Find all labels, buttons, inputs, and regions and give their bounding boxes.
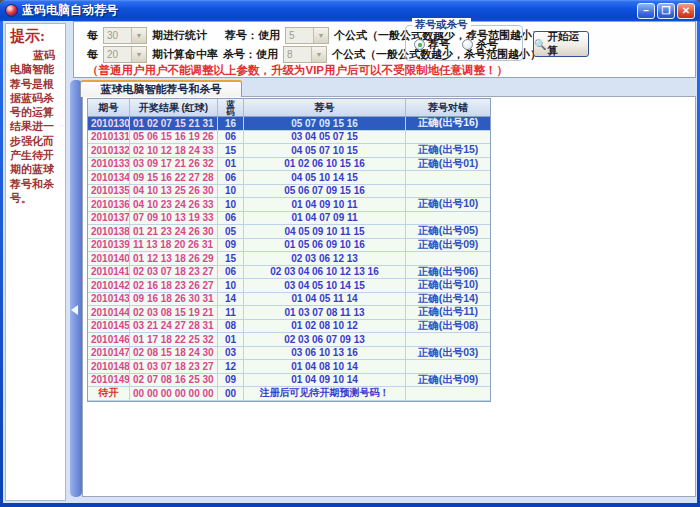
blue-ball-cell[interactable]: 12 bbox=[218, 360, 244, 373]
blue-ball-cell[interactable]: 08 bbox=[218, 320, 244, 333]
period-cell[interactable]: 2010138 bbox=[88, 225, 130, 238]
red-balls-cell[interactable]: 03 21 24 27 28 31 bbox=[130, 320, 218, 333]
close-button[interactable]: ✕ bbox=[677, 3, 695, 19]
picks-cell[interactable]: 01 04 08 10 14 bbox=[244, 360, 406, 373]
picks-cell[interactable]: 01 04 09 10 14 bbox=[244, 374, 406, 387]
picks-cell[interactable]: 04 05 09 10 11 15 bbox=[244, 225, 406, 238]
period-cell[interactable]: 2010136 bbox=[88, 198, 130, 211]
red-balls-cell[interactable]: 02 07 08 16 25 30 bbox=[130, 374, 218, 387]
red-balls-cell[interactable]: 09 15 16 22 27 28 bbox=[130, 171, 218, 184]
result-cell[interactable] bbox=[406, 387, 490, 400]
red-balls-cell[interactable]: 07 09 10 13 19 33 bbox=[130, 212, 218, 225]
table-row[interactable]: 201013001 02 07 15 21 311605 07 09 15 16… bbox=[88, 117, 490, 131]
picks-cell[interactable]: 04 05 10 14 15 bbox=[244, 171, 406, 184]
result-cell[interactable] bbox=[406, 212, 490, 225]
table-row[interactable]: 201014102 03 07 18 23 270602 03 04 06 10… bbox=[88, 266, 490, 280]
picks-cell[interactable]: 01 05 06 09 10 16 bbox=[244, 239, 406, 252]
red-balls-cell[interactable]: 02 10 12 18 24 33 bbox=[130, 144, 218, 157]
chevron-down-icon[interactable]: ▼ bbox=[311, 47, 326, 62]
stat-period-combo[interactable]: 30 ▼ bbox=[103, 27, 147, 44]
red-balls-cell[interactable]: 02 03 08 15 19 21 bbox=[130, 306, 218, 319]
result-cell[interactable] bbox=[406, 360, 490, 373]
kill-formula-combo[interactable]: 8 ▼ bbox=[283, 46, 327, 63]
period-cell[interactable]: 2010148 bbox=[88, 360, 130, 373]
result-cell[interactable] bbox=[406, 252, 490, 265]
red-balls-cell[interactable]: 02 08 15 18 24 30 bbox=[130, 347, 218, 360]
picks-cell[interactable]: 03 04 05 07 15 bbox=[244, 131, 406, 144]
result-cell[interactable]: 正确(出号09) bbox=[406, 374, 490, 387]
sidebar-collapse-splitter[interactable] bbox=[70, 80, 82, 497]
result-cell[interactable]: 正确(出号03) bbox=[406, 347, 490, 360]
blue-ball-cell[interactable]: 10 bbox=[218, 185, 244, 198]
blue-ball-cell[interactable]: 09 bbox=[218, 239, 244, 252]
column-header[interactable]: 荐号 bbox=[244, 99, 406, 116]
red-balls-cell[interactable]: 00 00 00 00 00 00 bbox=[130, 387, 218, 400]
period-cell[interactable]: 2010134 bbox=[88, 171, 130, 184]
column-header[interactable]: 期号 bbox=[88, 99, 130, 116]
picks-cell[interactable]: 02 03 04 06 10 12 13 16 bbox=[244, 266, 406, 279]
picks-cell[interactable]: 01 04 07 09 11 bbox=[244, 212, 406, 225]
table-row[interactable]: 201013105 06 15 16 19 260603 04 05 07 15 bbox=[88, 131, 490, 145]
blue-ball-cell[interactable]: 00 bbox=[218, 387, 244, 400]
picks-cell[interactable]: 01 04 05 11 14 bbox=[244, 293, 406, 306]
column-header[interactable]: 荐号对错 bbox=[406, 99, 490, 116]
red-balls-cell[interactable]: 11 13 18 20 26 31 bbox=[130, 239, 218, 252]
table-row[interactable]: 201014202 16 18 23 26 271003 04 05 10 14… bbox=[88, 279, 490, 293]
blue-ball-cell[interactable]: 06 bbox=[218, 266, 244, 279]
radio-kill[interactable]: 杀号 bbox=[462, 37, 498, 52]
table-row[interactable]: 201014601 17 18 22 25 320102 03 06 07 09… bbox=[88, 333, 490, 347]
minimize-button[interactable]: – bbox=[637, 3, 655, 19]
blue-ball-cell[interactable]: 10 bbox=[218, 198, 244, 211]
blue-ball-cell[interactable]: 10 bbox=[218, 279, 244, 292]
table-row[interactable]: 201013303 09 17 21 26 320101 02 06 10 15… bbox=[88, 158, 490, 172]
period-cell[interactable]: 2010140 bbox=[88, 252, 130, 265]
red-balls-cell[interactable]: 02 16 18 23 26 27 bbox=[130, 279, 218, 292]
blue-ball-cell[interactable]: 06 bbox=[218, 212, 244, 225]
table-row[interactable]: 201013504 10 13 25 26 301005 06 07 09 15… bbox=[88, 185, 490, 199]
red-balls-cell[interactable]: 01 12 13 18 26 29 bbox=[130, 252, 218, 265]
run-button[interactable]: 🔍 开始运算 bbox=[533, 31, 589, 57]
result-cell[interactable]: 正确(出号09) bbox=[406, 239, 490, 252]
table-row[interactable]: 201014801 03 07 18 23 271201 04 08 10 14 bbox=[88, 360, 490, 374]
red-balls-cell[interactable]: 01 02 07 15 21 31 bbox=[130, 117, 218, 130]
radio-selected-icon[interactable] bbox=[414, 39, 425, 50]
blue-ball-cell[interactable]: 06 bbox=[218, 171, 244, 184]
table-row[interactable]: 201013604 10 23 24 26 331001 04 09 10 11… bbox=[88, 198, 490, 212]
hitrate-period-combo[interactable]: 20 ▼ bbox=[103, 46, 147, 63]
blue-ball-cell[interactable]: 05 bbox=[218, 225, 244, 238]
chevron-down-icon[interactable]: ▼ bbox=[131, 47, 146, 62]
picks-cell[interactable]: 01 04 09 10 11 bbox=[244, 198, 406, 211]
result-cell[interactable]: 正确(出号11) bbox=[406, 306, 490, 319]
blue-ball-cell[interactable]: 16 bbox=[218, 117, 244, 130]
period-cell[interactable]: 2010139 bbox=[88, 239, 130, 252]
red-balls-cell[interactable]: 01 03 07 18 23 27 bbox=[130, 360, 218, 373]
red-balls-cell[interactable]: 03 09 17 21 26 32 bbox=[130, 158, 218, 171]
result-cell[interactable] bbox=[406, 333, 490, 346]
period-cell[interactable]: 2010142 bbox=[88, 279, 130, 292]
period-cell[interactable]: 2010145 bbox=[88, 320, 130, 333]
result-cell[interactable]: 正确(出号06) bbox=[406, 266, 490, 279]
blue-ball-cell[interactable]: 01 bbox=[218, 333, 244, 346]
result-cell[interactable]: 正确(出号14) bbox=[406, 293, 490, 306]
radio-pick[interactable]: 荐号 bbox=[414, 37, 450, 52]
period-cell[interactable]: 2010137 bbox=[88, 212, 130, 225]
red-balls-cell[interactable]: 09 16 18 26 30 31 bbox=[130, 293, 218, 306]
picks-cell[interactable]: 03 04 05 10 14 15 bbox=[244, 279, 406, 292]
red-balls-cell[interactable]: 04 10 13 25 26 30 bbox=[130, 185, 218, 198]
picks-cell[interactable]: 04 05 07 10 15 bbox=[244, 144, 406, 157]
result-cell[interactable] bbox=[406, 131, 490, 144]
blue-ball-cell[interactable]: 06 bbox=[218, 131, 244, 144]
collapse-arrow-icon[interactable] bbox=[71, 305, 78, 315]
blue-ball-cell[interactable]: 15 bbox=[218, 252, 244, 265]
result-cell[interactable]: 正确(出号10) bbox=[406, 279, 490, 292]
column-header[interactable]: 蓝 码 bbox=[218, 99, 244, 116]
red-balls-cell[interactable]: 01 21 23 24 26 30 bbox=[130, 225, 218, 238]
blue-ball-cell[interactable]: 09 bbox=[218, 374, 244, 387]
period-cell[interactable]: 2010133 bbox=[88, 158, 130, 171]
result-cell[interactable]: 正确(出号05) bbox=[406, 225, 490, 238]
chevron-down-icon[interactable]: ▼ bbox=[313, 28, 328, 43]
result-cell[interactable]: 正确(出号10) bbox=[406, 198, 490, 211]
picks-cell[interactable]: 03 06 10 13 16 bbox=[244, 347, 406, 360]
red-balls-cell[interactable]: 05 06 15 16 19 26 bbox=[130, 131, 218, 144]
table-row[interactable]: 201014309 16 18 26 30 311401 04 05 11 14… bbox=[88, 293, 490, 307]
